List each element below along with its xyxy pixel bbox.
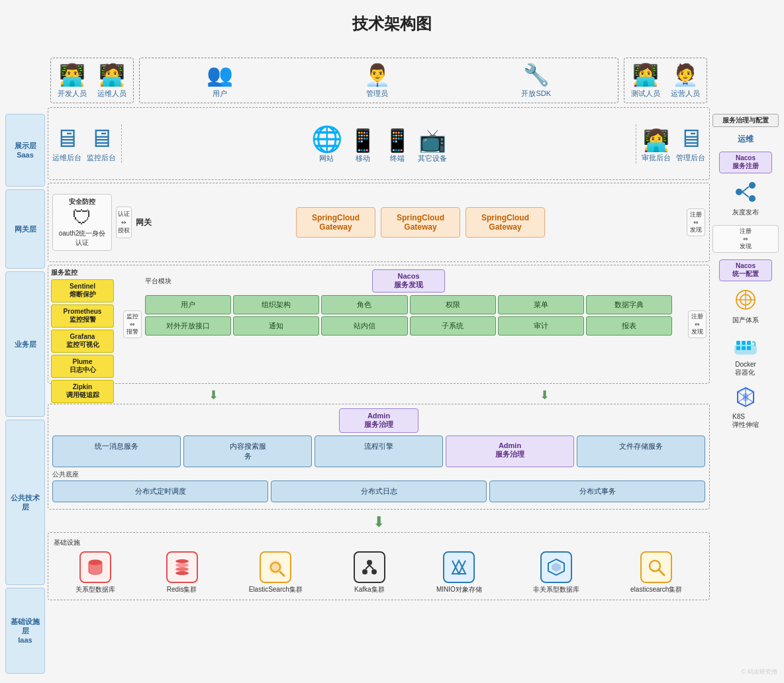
gray-release: 灰度发布 <box>712 180 779 217</box>
spring-gateway-1: SpringCloudGateway <box>296 207 375 238</box>
nacos-config-box: Nacos统一配置 <box>719 259 772 281</box>
infra-redis: Redis集群 <box>166 551 198 594</box>
security-box: 安全防控 🛡 oauth2统一身份认证 <box>52 194 112 251</box>
distributed-schedule: 分布式定时调度 <box>52 480 268 502</box>
sentinel-btn[interactable]: Sentinel熔断保护 <box>51 279 114 302</box>
business-layer: 服务监控 Sentinel熔断保护 Prometheus监控报警 Grafana… <box>48 265 710 384</box>
svg-rect-33 <box>747 346 751 350</box>
spring-gateway-2: SpringCloudGateway <box>381 207 460 238</box>
manage-icon: 🖥 <box>678 124 703 153</box>
tester-icon: 👩‍💻 <box>632 62 659 87</box>
distributed-tx: 分布式事务 <box>489 480 705 502</box>
docker-icon <box>734 333 758 361</box>
saas-other-device: 📺 其它设备 <box>418 127 447 163</box>
service-governance-label: 服务治理与配置 <box>712 114 779 127</box>
domestic-system: 国产体系 <box>712 288 779 325</box>
svg-line-12 <box>366 565 369 569</box>
infra-es2: elasticsearch集群 <box>630 551 682 594</box>
svg-point-2 <box>175 571 189 575</box>
svg-point-3 <box>175 567 189 571</box>
rdb-icon <box>79 551 111 583</box>
infra-minio: MINIO对象存储 <box>436 551 482 594</box>
gateway-label: 网关 <box>136 217 152 228</box>
svg-rect-31 <box>736 346 740 350</box>
spring-gateway-3: SpringCloudGateway <box>466 207 545 238</box>
approve-icon: 👩‍💻 <box>643 128 669 153</box>
svg-line-21 <box>742 187 749 192</box>
service-monitor-panel: 服务监控 Sentinel熔断保护 Prometheus监控报警 Grafana… <box>51 268 121 403</box>
saas-layer: 🖥 运维后台 🖥 监控后台 🌐 网站 📱 移动 📱 <box>48 107 710 180</box>
user-dev: 👨‍💻 开发人员 <box>58 62 87 99</box>
nacos-discovery: Nacos服务发现 <box>372 269 445 293</box>
module-perm: 权限 <box>410 295 496 314</box>
prometheus-btn[interactable]: Prometheus监控报警 <box>51 304 114 328</box>
docker-item: Docker容器化 <box>712 333 779 377</box>
dev-icon: 👨‍💻 <box>59 62 85 87</box>
svg-point-5 <box>175 559 189 563</box>
base-row: 分布式定时调度 分布式日志 分布式事务 <box>52 480 705 502</box>
distributed-log: 分布式日志 <box>271 480 487 502</box>
label-public: 公共技术层 <box>5 420 45 585</box>
admin-service-box: Admin服务治理 <box>339 408 418 433</box>
svg-point-11 <box>371 569 377 574</box>
module-audit: 审计 <box>498 316 584 336</box>
module-msg: 站内信 <box>321 316 407 336</box>
auth-arrows: 认证 ⇔ 授权 <box>116 206 132 238</box>
k8s-icon <box>734 385 758 413</box>
infra-layer: 基础设施 关系型数据库 <box>48 532 710 600</box>
module-user: 用户 <box>145 295 231 314</box>
register-discover-right: 注册 ⇔ 发现 <box>712 225 779 253</box>
user-icon: 👥 <box>207 62 233 87</box>
label-infra: 基础设施层Iaas <box>5 588 45 674</box>
svg-point-1 <box>89 560 102 565</box>
infra-nosql: 非关系型数据库 <box>533 551 579 594</box>
sdk-icon: 🔧 <box>523 62 550 87</box>
module-menu: 菜单 <box>498 295 584 314</box>
svg-line-17 <box>659 570 664 575</box>
svg-rect-28 <box>736 341 740 345</box>
shield-icon: 🛡 <box>72 206 92 229</box>
svg-point-18 <box>736 189 742 195</box>
minio-icon <box>443 551 475 583</box>
watermark: © 码农研究僧 <box>742 668 777 676</box>
svg-marker-15 <box>552 563 561 572</box>
infra-rdb: 关系型数据库 <box>75 551 115 594</box>
gateway-boxes: SpringCloudGateway SpringCloudGateway Sp… <box>158 207 683 238</box>
svg-line-22 <box>742 192 749 197</box>
monitor-arrow: 监控 ⇔ 报警 <box>123 310 142 338</box>
zipkin-btn[interactable]: Zipkin调用链追踪 <box>51 380 114 403</box>
user-group-end: 👥 用户 👨‍💼 管理员 🔧 开放SDK <box>139 58 618 103</box>
infra-label: 基础设施 <box>54 538 704 547</box>
device-icon: 📺 <box>418 127 446 154</box>
saas-approve: 👩‍💻 审批后台 <box>642 128 671 163</box>
user-sdk: 🔧 开放SDK <box>521 62 551 99</box>
label-saas: 展示层Saas <box>5 114 45 187</box>
ops-label-right: 运维 <box>738 134 754 145</box>
es-icon <box>260 551 291 583</box>
svg-point-4 <box>175 563 189 567</box>
grafana-btn[interactable]: Grafana监控可视化 <box>51 330 114 353</box>
arrow-down-2: ⬇ <box>540 388 550 402</box>
platform-grid-row2: 对外开放接口 通知 站内信 子系统 审计 报表 <box>145 316 672 336</box>
user-user: 👥 用户 <box>207 62 233 99</box>
admin-icon: 👨‍💼 <box>364 62 391 87</box>
user-group-test: 👩‍💻 测试人员 🧑‍💼 运营人员 <box>624 58 707 103</box>
plume-btn[interactable]: Plume日志中心 <box>51 355 114 378</box>
infra-es: ElasticSearch集群 <box>249 551 303 594</box>
arrows-row-1: ⬇ ⬇ <box>48 387 710 404</box>
svg-line-8 <box>280 572 284 576</box>
infra-kafka: Kafka集群 <box>354 551 385 594</box>
saas-devops-monitor: 🖥 运维后台 <box>52 124 81 163</box>
svg-point-20 <box>749 195 756 202</box>
content-search: 内容搜索服务 <box>183 435 312 467</box>
svg-point-19 <box>749 182 756 189</box>
public-base-label: 公共底座 <box>52 470 705 479</box>
label-gateway: 网关层 <box>5 189 45 269</box>
page-title: 技术架构图 <box>0 0 784 41</box>
svg-rect-29 <box>742 341 746 345</box>
arrow-down-big: ⬇ <box>48 512 710 532</box>
label-business: 业务层 <box>5 271 45 417</box>
globe-icon: 🌐 <box>311 124 342 154</box>
domestic-icon <box>734 288 758 316</box>
module-subsys: 子系统 <box>410 316 496 336</box>
